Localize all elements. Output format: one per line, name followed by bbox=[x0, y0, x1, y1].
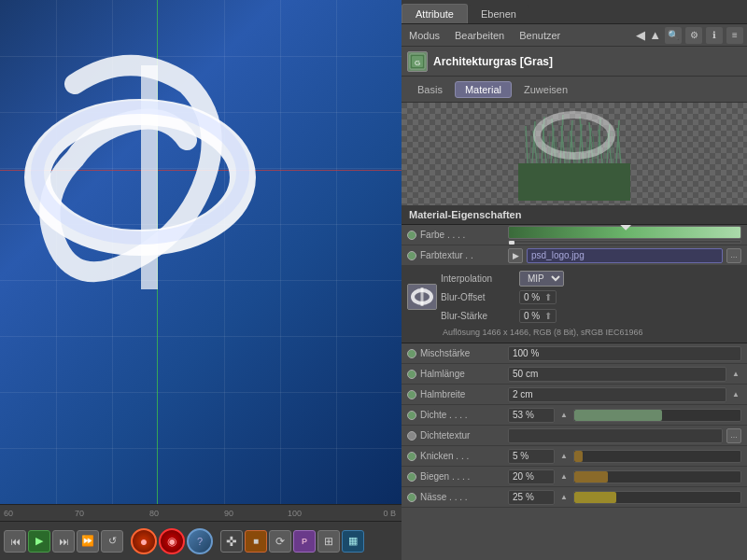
grid-line-v bbox=[336, 0, 337, 523]
knicken-label: Knicken . . . bbox=[420, 451, 504, 461]
knicken-value[interactable]: 5 % bbox=[508, 449, 555, 464]
reload-button[interactable]: ⟳ bbox=[269, 530, 291, 553]
dichte-row: Dichte . . . . 53 % ▲ bbox=[402, 405, 747, 426]
something-button[interactable]: ■ bbox=[245, 530, 267, 553]
texture-expanded: Interpolation MIP Blur-Offset 0 % ⬆ bbox=[402, 266, 747, 343]
move-tool-button[interactable]: ✜ bbox=[220, 530, 243, 553]
biegen-row: Biegen . . . . 20 % ▲ bbox=[402, 467, 747, 487]
menu-modus[interactable]: Modus bbox=[405, 29, 444, 42]
search-icon[interactable]: 🔍 bbox=[665, 27, 682, 44]
tick-100: 100 bbox=[288, 509, 302, 518]
blur-staerke-label: Blur-Stärke bbox=[441, 311, 515, 321]
scene-button[interactable]: ▦ bbox=[342, 530, 364, 553]
grass-preview-image bbox=[518, 107, 630, 201]
interpolation-select[interactable]: MIP bbox=[519, 271, 564, 287]
biegen-slider-fill bbox=[574, 471, 608, 483]
blur-offset-label: Blur-Offset bbox=[441, 292, 515, 302]
halmbreite-row: Halmbreite 2 cm ▲ bbox=[402, 385, 747, 405]
mischstaerke-dot[interactable] bbox=[407, 349, 416, 358]
tick-90: 90 bbox=[224, 509, 233, 518]
tab-ebenen[interactable]: Ebenen bbox=[468, 5, 529, 23]
halmbreite-up[interactable]: ▲ bbox=[730, 389, 741, 400]
grid-line-v bbox=[280, 0, 281, 523]
farbtextur-more-btn[interactable]: … bbox=[726, 248, 741, 263]
resolution-info: Auflösung 1466 x 1466, RGB (8 Bit), sRGB… bbox=[443, 326, 741, 339]
render-button[interactable]: P bbox=[293, 530, 316, 553]
go-to-start-button[interactable]: ⏮ bbox=[4, 530, 26, 553]
step-forward-button[interactable]: ⏩ bbox=[77, 530, 99, 553]
play-button[interactable]: ▶ bbox=[28, 530, 50, 553]
farbtextur-arrow-btn[interactable]: ▶ bbox=[508, 248, 523, 263]
farbtextur-dot[interactable] bbox=[407, 251, 416, 260]
knicken-slider[interactable] bbox=[573, 450, 741, 463]
tick-60: 60 bbox=[4, 509, 13, 518]
halmbreite-value[interactable]: 2 cm bbox=[508, 387, 726, 402]
dichtetextur-dot[interactable] bbox=[407, 431, 416, 441]
halmlaenge-dot[interactable] bbox=[407, 370, 416, 379]
menu-bearbeiten[interactable]: Bearbeiten bbox=[451, 29, 508, 42]
tab-zuweisen[interactable]: Zuweisen bbox=[514, 81, 578, 98]
grid-button[interactable]: ⊞ bbox=[317, 530, 340, 553]
knicken-dot[interactable] bbox=[407, 452, 416, 461]
3d-logo-shape bbox=[19, 28, 280, 327]
arrow-left-icon[interactable]: ◀ bbox=[636, 28, 645, 42]
interpolation-row: Interpolation MIP bbox=[441, 270, 741, 287]
menu-benutzer[interactable]: Benutzer bbox=[515, 29, 564, 42]
material-properties-header: Material-Eigenschaften bbox=[402, 205, 747, 225]
blur-staerke-value[interactable]: 0 % ⬆ bbox=[519, 309, 557, 323]
arrow-up-icon[interactable]: ▲ bbox=[649, 28, 661, 42]
tick-80: 80 bbox=[149, 509, 159, 518]
grid-line-h bbox=[0, 392, 402, 393]
texture-thumbnail bbox=[407, 284, 437, 310]
menu-icon-group: ◀ ▲ 🔍 ⚙ ℹ ≡ bbox=[636, 27, 743, 44]
biegen-label: Biegen . . . . bbox=[420, 471, 504, 482]
dichte-value[interactable]: 53 % bbox=[508, 408, 555, 423]
timeline-ruler: 60 70 80 90 100 0 B bbox=[0, 504, 402, 521]
svg-rect-5 bbox=[518, 163, 630, 201]
halmlaenge-up[interactable]: ▲ bbox=[730, 369, 741, 380]
svg-line-27 bbox=[529, 135, 531, 163]
knicken-slider-fill bbox=[574, 451, 583, 462]
dichte-up[interactable]: ▲ bbox=[558, 410, 570, 421]
knicken-up[interactable]: ▲ bbox=[558, 451, 570, 462]
naesse-value[interactable]: 25 % bbox=[508, 490, 555, 505]
dichte-slider[interactable] bbox=[573, 409, 741, 422]
texture-thumb-row: Interpolation MIP Blur-Offset 0 % ⬆ bbox=[407, 270, 741, 324]
biegen-slider[interactable] bbox=[573, 470, 741, 483]
settings-icon[interactable]: ⚙ bbox=[685, 27, 702, 44]
dichtetextur-row: Dichtetextur … bbox=[402, 426, 747, 446]
biegen-value[interactable]: 20 % bbox=[508, 469, 555, 484]
info-icon[interactable]: ℹ bbox=[706, 27, 723, 44]
mischstaerke-value[interactable]: 100 % bbox=[508, 346, 741, 361]
loop-button[interactable]: ↺ bbox=[101, 530, 123, 553]
farbtextur-row: Farbtextur . . ▶ psd_logo.jpg … bbox=[402, 245, 747, 266]
object-header: G Architekturgras [Gras] bbox=[402, 47, 747, 77]
dichtetextur-btn[interactable]: … bbox=[726, 428, 741, 443]
options-icon[interactable]: ≡ bbox=[726, 27, 743, 44]
tick-70: 70 bbox=[75, 509, 84, 518]
help-button[interactable]: ? bbox=[187, 528, 213, 554]
grid-line-h bbox=[0, 336, 402, 337]
tab-attribute[interactable]: Attribute bbox=[402, 4, 468, 23]
halmbreite-dot[interactable] bbox=[407, 390, 416, 399]
dichte-dot[interactable] bbox=[407, 411, 416, 420]
go-to-end-button[interactable]: ⏭ bbox=[52, 530, 75, 553]
blur-staerke-row: Blur-Stärke 0 % ⬆ bbox=[441, 307, 741, 324]
viewport bbox=[0, 0, 402, 523]
record-alt-button[interactable]: ◉ bbox=[159, 528, 185, 554]
size-label: 0 B bbox=[383, 509, 396, 518]
tab-material[interactable]: Material bbox=[455, 81, 512, 98]
biegen-dot[interactable] bbox=[407, 472, 416, 482]
biegen-up[interactable]: ▲ bbox=[558, 471, 570, 483]
tab-basis[interactable]: Basis bbox=[407, 81, 453, 98]
record-button[interactable]: ● bbox=[131, 528, 157, 554]
naesse-up[interactable]: ▲ bbox=[558, 492, 570, 503]
naesse-slider[interactable] bbox=[573, 491, 741, 504]
sub-tab-bar: Basis Material Zuweisen bbox=[402, 77, 747, 103]
dichte-slider-fill bbox=[574, 410, 662, 421]
naesse-slider-fill bbox=[574, 492, 616, 503]
blur-offset-value[interactable]: 0 % ⬆ bbox=[519, 290, 557, 304]
halmlaenge-value[interactable]: 50 cm bbox=[508, 367, 726, 382]
farbe-dot[interactable] bbox=[407, 231, 416, 240]
naesse-dot[interactable] bbox=[407, 493, 416, 502]
